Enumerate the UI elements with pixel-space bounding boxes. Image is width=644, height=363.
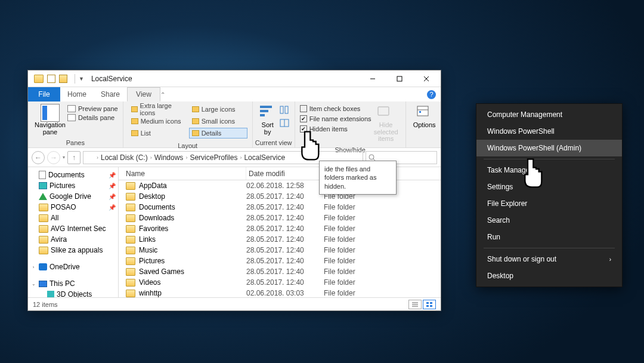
folder-icon: [126, 182, 135, 190]
layout-option[interactable]: Extra large icons: [128, 104, 187, 115]
winx-item[interactable]: Desktop: [476, 267, 622, 284]
winx-menu[interactable]: Computer ManagementWindows PowerShellWin…: [476, 103, 623, 287]
ribbon-group-layout: Extra large iconsLarge iconsMedium icons…: [123, 101, 253, 147]
svg-rect-23: [430, 305, 432, 307]
hide-selected-items-button: Hide selected items: [371, 104, 401, 143]
ribbon-group-panes: Navigation pane Preview pane Details pan…: [28, 101, 123, 147]
breadcrumb-item[interactable]: Windows: [152, 153, 186, 162]
folder-icon: [126, 204, 135, 211]
recent-locations-icon[interactable]: ▾: [63, 155, 65, 160]
options-button[interactable]: Options: [411, 104, 438, 129]
window-title: LocalService: [91, 75, 132, 83]
sidebar-item[interactable]: AVG Internet Sec: [28, 223, 118, 234]
winx-item[interactable]: Windows PowerShell (Admin): [476, 140, 622, 156]
options-icon: [415, 104, 434, 122]
navigation-pane-button[interactable]: Navigation pane: [33, 104, 67, 136]
svg-rect-11: [378, 107, 389, 115]
winx-item[interactable]: Settings: [476, 179, 622, 195]
qat-properties-icon[interactable]: [47, 75, 55, 83]
winx-item[interactable]: Run: [476, 229, 622, 245]
file-name-extensions-checkbox[interactable]: File name extensions: [300, 115, 371, 122]
layout-option[interactable]: Medium icons: [128, 116, 187, 127]
sidebar-3d-objects[interactable]: 3D Objects: [28, 289, 118, 297]
ribbon-view: Navigation pane Preview pane Details pan…: [28, 101, 441, 148]
nav-up-button[interactable]: ↑: [67, 151, 80, 164]
app-folder-icon: [34, 75, 44, 83]
help-icon[interactable]: ?: [427, 90, 436, 99]
col-name-header[interactable]: Name: [119, 167, 246, 180]
3d-objects-icon: [47, 291, 54, 297]
collapse-ribbon-icon[interactable]: ⌃: [160, 91, 165, 98]
table-row[interactable]: Downloads28.05.2017. 12:40File folder: [119, 213, 441, 223]
breadcrumb-item[interactable]: Local Disk (C:): [98, 153, 150, 162]
table-row[interactable]: Saved Games28.05.2017. 12:40File folder: [119, 266, 441, 277]
table-row[interactable]: Videos28.05.2017. 12:40File folder: [119, 277, 441, 288]
svg-rect-8: [285, 106, 288, 113]
sidebar-item[interactable]: POSAO📌: [28, 202, 118, 213]
folder-icon: [126, 193, 135, 201]
search-icon: [369, 154, 376, 161]
svg-rect-7: [280, 106, 283, 113]
table-row[interactable]: Favorites28.05.2017. 12:40File folder: [119, 223, 441, 234]
add-columns-icon[interactable]: [279, 105, 290, 116]
winx-item[interactable]: Computer Management: [476, 106, 622, 123]
preview-pane-button[interactable]: Preview pane: [67, 105, 118, 112]
folder-icon: [126, 257, 135, 265]
qat-new-folder-icon[interactable]: [59, 75, 67, 83]
layout-option[interactable]: Details: [189, 128, 247, 139]
table-row[interactable]: winhttp02.06.2018. 03:03File folder: [119, 288, 441, 297]
cursor-pointer: [518, 156, 546, 192]
cursor-pointer: [295, 129, 323, 165]
sidebar-item[interactable]: Pictures📌: [28, 180, 118, 191]
folder-icon: [126, 214, 135, 222]
item-check-boxes-checkbox[interactable]: Item check boxes: [300, 105, 371, 112]
folder-icon: [126, 279, 135, 287]
table-row[interactable]: Links28.05.2017. 12:40File folder: [119, 234, 441, 245]
tab-file[interactable]: File: [28, 87, 60, 101]
tab-home[interactable]: Home: [60, 87, 94, 101]
nav-forward-button[interactable]: →: [47, 151, 60, 164]
chevron-down-icon[interactable]: ▼: [79, 76, 84, 82]
winx-item[interactable]: File Explorer: [476, 195, 622, 212]
tab-view[interactable]: View: [127, 87, 160, 101]
onedrive-icon: [39, 263, 47, 270]
size-columns-icon[interactable]: [279, 118, 290, 130]
svg-rect-14: [419, 111, 421, 113]
sidebar-this-pc[interactable]: ⌄This PC: [28, 278, 118, 289]
svg-rect-20: [426, 302, 429, 304]
breadcrumb-item[interactable]: ServiceProfiles: [187, 153, 240, 162]
titlebar[interactable]: ▼ LocalService: [28, 70, 441, 87]
file-list[interactable]: AppData02.06.2018. 12:58File folderDeskt…: [119, 180, 441, 297]
table-row[interactable]: Music28.05.2017. 12:40File folder: [119, 245, 441, 256]
table-row[interactable]: Documents28.05.2017. 12:40File folder: [119, 202, 441, 213]
winx-item[interactable]: Shut down or sign out›: [476, 251, 622, 267]
sidebar-item[interactable]: Documents📌: [28, 170, 118, 180]
layout-option[interactable]: List: [128, 128, 187, 139]
sidebar-item[interactable]: All: [28, 213, 118, 223]
table-row[interactable]: Pictures28.05.2017. 12:40File folder: [119, 256, 441, 266]
col-date-header[interactable]: Date modifi: [246, 167, 324, 180]
svg-rect-12: [417, 106, 428, 116]
sidebar-onedrive[interactable]: ›OneDrive: [28, 262, 118, 272]
winx-item[interactable]: Search: [476, 212, 622, 229]
status-bar: 12 items: [28, 297, 441, 310]
nav-sidebar[interactable]: Documents📌Pictures📌Google Drive📌POSAO📌Al…: [28, 167, 119, 297]
layout-option[interactable]: Small icons: [189, 116, 247, 127]
breadcrumb-item[interactable]: LocalService: [242, 153, 287, 162]
sidebar-item[interactable]: Slike za appuals: [28, 245, 118, 256]
winx-item[interactable]: Task Manager: [476, 162, 622, 179]
maximize-button[interactable]: [386, 70, 413, 87]
minimize-button[interactable]: [359, 70, 386, 87]
winx-item[interactable]: Windows PowerShell: [476, 123, 622, 140]
layout-option[interactable]: Large icons: [189, 104, 247, 115]
nav-back-button[interactable]: ←: [32, 151, 45, 164]
sidebar-item[interactable]: Avira: [28, 234, 118, 245]
close-button[interactable]: [413, 70, 439, 87]
sort-by-button[interactable]: Sort by: [258, 104, 278, 136]
details-pane-button[interactable]: Details pane: [67, 114, 118, 121]
tab-share[interactable]: Share: [94, 87, 127, 101]
sidebar-item[interactable]: Google Drive📌: [28, 191, 118, 202]
ribbon-tabs: File Home Share View ⌃ ?: [28, 87, 441, 101]
view-details-icon[interactable]: [408, 300, 422, 309]
view-large-icons-icon[interactable]: [423, 300, 436, 309]
